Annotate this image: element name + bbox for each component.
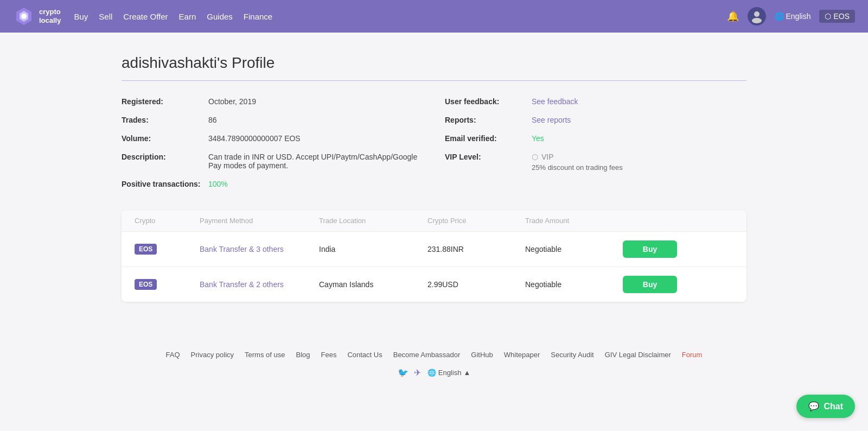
buy-button-2[interactable]: Buy — [623, 276, 677, 293]
profile-right-column: User feedback: See feedback Reports: See… — [445, 97, 746, 188]
price-2: 2.99USD — [427, 280, 525, 289]
crypto-badge-1: EOS — [135, 244, 200, 255]
vip-badge-text: VIP — [541, 153, 554, 161]
email-row: Email verified: Yes — [445, 134, 746, 143]
footer-language-label: English — [438, 369, 462, 377]
footer-blog[interactable]: Blog — [296, 351, 310, 359]
footer-faq[interactable]: FAQ — [166, 351, 180, 359]
col-amount: Trade Amount — [525, 217, 623, 225]
description-label: Description: — [122, 153, 208, 161]
logo[interactable]: cryptolocally — [13, 5, 61, 27]
navbar: cryptolocally Buy Sell Create Offer Earn… — [0, 0, 868, 33]
col-payment: Payment Method — [200, 217, 319, 225]
price-1: 231.88INR — [427, 245, 525, 253]
trades-row: Trades: 86 — [122, 116, 423, 124]
profile-left-column: Registered: October, 2019 Trades: 86 Vol… — [122, 97, 423, 188]
vip-discount-text: 25% discount on trading fees — [532, 163, 623, 172]
nav-buy[interactable]: Buy — [74, 12, 88, 21]
table-row: EOS Bank Transfer & 3 others India 231.8… — [122, 231, 746, 267]
vip-badge: ⬡ VIP — [532, 153, 623, 161]
col-action — [623, 217, 677, 225]
footer-chevron-icon: ▲ — [463, 369, 470, 377]
positive-value: 100% — [208, 180, 423, 188]
payment-link-1[interactable]: Bank Transfer & 3 others — [200, 245, 319, 253]
col-price: Crypto Price — [427, 217, 525, 225]
amount-1: Negotiable — [525, 245, 623, 253]
col-crypto: Crypto — [135, 217, 200, 225]
vip-icon: ⬡ — [532, 153, 538, 161]
user-avatar[interactable] — [748, 7, 766, 26]
reports-label: Reports: — [445, 116, 532, 124]
nav-create-offer[interactable]: Create Offer — [123, 12, 168, 21]
svg-point-3 — [754, 11, 760, 17]
table-row: EOS Bank Transfer & 2 others Cayman Isla… — [122, 267, 746, 302]
positive-label: Positive transactions: — [122, 180, 208, 188]
reports-row: Reports: See reports — [445, 116, 746, 124]
footer-language-selector[interactable]: 🌐 English ▲ — [427, 369, 471, 377]
registered-label: Registered: — [122, 97, 208, 106]
table-header: Crypto Payment Method Trade Location Cry… — [122, 210, 746, 231]
footer-terms[interactable]: Terms of use — [245, 351, 285, 359]
footer-forum[interactable]: Forum — [682, 351, 703, 359]
volume-value: 3484.7890000000007 EOS — [208, 134, 423, 143]
description-value: Can trade in INR or USD. Accept UPI/Payt… — [208, 153, 423, 170]
volume-label: Volume: — [122, 134, 208, 143]
social-icons: 🐦 ✈ — [398, 367, 421, 378]
nav-links: Buy Sell Create Offer Earn Guides Financ… — [74, 12, 722, 21]
footer-privacy[interactable]: Privacy policy — [191, 351, 234, 359]
col-location: Trade Location — [319, 217, 427, 225]
twitter-icon[interactable]: 🐦 — [398, 367, 409, 378]
vip-section: ⬡ VIP 25% discount on trading fees — [532, 153, 623, 172]
see-feedback-link[interactable]: See feedback — [532, 97, 746, 106]
eos-coin-icon: ⬡ — [825, 12, 831, 21]
description-row: Description: Can trade in INR or USD. Ac… — [122, 153, 423, 170]
email-label: Email verified: — [445, 134, 532, 143]
profile-title: adishivashakti's Profile — [122, 54, 746, 72]
feedback-row: User feedback: See feedback — [445, 97, 746, 106]
main-content: adishivashakti's Profile Registered: Oct… — [108, 33, 760, 334]
location-2: Cayman Islands — [319, 280, 427, 289]
trades-table: Crypto Payment Method Trade Location Cry… — [122, 210, 746, 302]
registered-value: October, 2019 — [208, 97, 423, 106]
footer-globe-icon: 🌐 — [427, 369, 436, 377]
footer: FAQ Privacy policy Terms of use Blog Fee… — [0, 334, 868, 389]
nav-finance[interactable]: Finance — [244, 12, 272, 21]
footer-github[interactable]: GitHub — [471, 351, 493, 359]
footer-bottom: 🐦 ✈ 🌐 English ▲ — [13, 367, 855, 378]
footer-ambassador[interactable]: Become Ambassador — [393, 351, 461, 359]
telegram-icon[interactable]: ✈ — [414, 367, 421, 378]
vip-row: VIP Level: ⬡ VIP 25% discount on trading… — [445, 153, 746, 172]
crypto-badge-2: EOS — [135, 279, 200, 290]
amount-2: Negotiable — [525, 280, 623, 289]
nav-earn[interactable]: Earn — [179, 12, 196, 21]
language-label: English — [786, 12, 811, 21]
profile-info: Registered: October, 2019 Trades: 86 Vol… — [122, 97, 746, 188]
currency-selector[interactable]: ⬡ EOS — [819, 10, 855, 23]
location-1: India — [319, 245, 427, 253]
see-reports-link[interactable]: See reports — [532, 116, 746, 124]
footer-whitepaper[interactable]: Whitepaper — [504, 351, 540, 359]
trades-value: 86 — [208, 116, 423, 124]
language-selector[interactable]: 🌐 English — [775, 12, 811, 21]
trades-label: Trades: — [122, 116, 208, 124]
buy-button-1[interactable]: Buy — [623, 240, 677, 258]
nav-guides[interactable]: Guides — [207, 12, 233, 21]
footer-security[interactable]: Security Audit — [551, 351, 594, 359]
nav-sell[interactable]: Sell — [99, 12, 112, 21]
svg-point-2 — [21, 14, 27, 19]
vip-label: VIP Level: — [445, 153, 532, 161]
divider — [122, 80, 746, 81]
currency-label: EOS — [833, 12, 850, 21]
nav-right: 🔔 🌐 English ⬡ EOS — [727, 7, 856, 26]
footer-links: FAQ Privacy policy Terms of use Blog Fee… — [13, 351, 855, 359]
footer-contact[interactable]: Contact Us — [347, 351, 382, 359]
notification-bell-icon[interactable]: 🔔 — [727, 10, 739, 22]
svg-point-4 — [752, 18, 762, 23]
footer-legal[interactable]: GIV Legal Disclaimer — [605, 351, 671, 359]
volume-row: Volume: 3484.7890000000007 EOS — [122, 134, 423, 143]
globe-icon: 🌐 — [775, 12, 784, 21]
payment-link-2[interactable]: Bank Transfer & 2 others — [200, 280, 319, 289]
footer-fees[interactable]: Fees — [321, 351, 337, 359]
logo-text: cryptolocally — [39, 8, 61, 24]
email-value: Yes — [532, 134, 746, 143]
